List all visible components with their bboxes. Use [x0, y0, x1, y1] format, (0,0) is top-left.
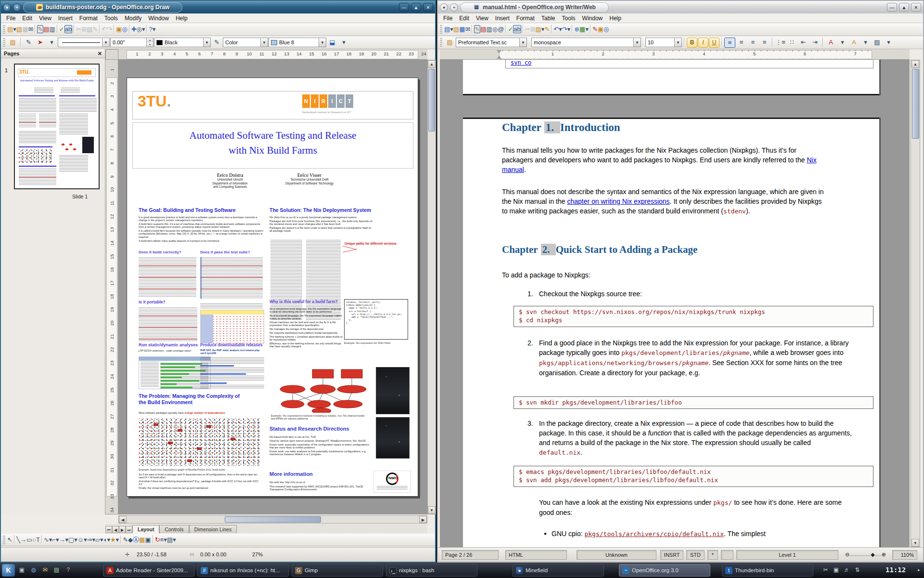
page-preview-icon[interactable]: ◎ [492, 26, 498, 33]
display-settings-icon[interactable]: ▣ [832, 565, 841, 575]
arrange-dropdown-icon[interactable]: ▾ [173, 536, 176, 543]
connector-icon[interactable]: ⌐ [52, 536, 56, 543]
tab-dimension-lines[interactable]: Dimension Lines [189, 525, 237, 533]
increase-indent-icon[interactable]: ⇥ [809, 38, 821, 48]
klipper-icon[interactable]: ✂ [821, 565, 830, 575]
pages-close-icon[interactable]: ✕ [98, 51, 102, 57]
menu-item[interactable]: Edit [19, 14, 36, 23]
clipped-link[interactable]: svn co [511, 60, 531, 66]
writer-canvas[interactable]: svn co Chapter1. Introduction This manua… [440, 60, 910, 547]
taskbar-gimp[interactable]: G Gimp [292, 564, 383, 577]
inline-link[interactable]: chapter on writing Nix expressions [567, 197, 669, 205]
spellcheck-icon[interactable]: ✓ [508, 26, 513, 33]
shadow-icon[interactable]: ⬓ [327, 38, 338, 48]
zoom-level[interactable]: 27% [249, 550, 274, 560]
italic-button[interactable]: I [698, 38, 708, 48]
curve-icon[interactable]: ∿ [44, 536, 49, 543]
menu-item[interactable]: Tools [101, 14, 121, 23]
print-icon[interactable]: ▥ [50, 26, 55, 33]
styles-icon[interactable]: ▨ [444, 38, 455, 48]
menu-item[interactable]: File [3, 14, 19, 23]
format-paintbrush-icon[interactable]: ✎ [92, 26, 98, 33]
sticky-icon[interactable]: + [450, 3, 458, 12]
sticky-icon[interactable]: + [13, 3, 21, 12]
toolbar-grip[interactable] [3, 25, 5, 34]
insert-mode[interactable]: INSRT [660, 550, 683, 560]
selection-mode[interactable]: STD [686, 550, 705, 560]
arrange-icon[interactable]: ▤ [167, 536, 173, 543]
symbol-shapes-icon[interactable]: ☺ [77, 536, 84, 543]
zoom-icon[interactable]: ◎ [137, 26, 142, 33]
menu-item[interactable]: Format [513, 14, 538, 23]
undo-icon[interactable]: ↶ [102, 26, 107, 33]
underline-button[interactable]: U [709, 38, 719, 48]
menu-item[interactable]: View [473, 14, 492, 23]
line-icon[interactable]: ╲ [16, 536, 20, 543]
paragraph-style-combo[interactable]: Preformatted Text.sc▼ [456, 38, 527, 47]
taskbar-minefield[interactable]: ● Minefield [513, 564, 604, 577]
zoom-percent[interactable]: 110% [892, 550, 917, 560]
save-icon[interactable]: ▦ [459, 26, 465, 33]
show-draw-functions-icon[interactable]: ✎ [592, 26, 598, 33]
network-icon[interactable]: ⇅ [853, 565, 862, 575]
indent-marker[interactable] [497, 50, 501, 53]
document-as-email-icon[interactable]: ✉ [465, 26, 470, 33]
find-replace-icon[interactable]: ◎ [603, 26, 609, 33]
menu-item[interactable]: File [440, 14, 456, 23]
rectangle-icon[interactable]: ▭ [26, 536, 32, 543]
menu-item[interactable]: Help [172, 14, 191, 23]
ellipse-icon[interactable]: ○ [32, 536, 36, 543]
menu-item[interactable]: Insert [492, 14, 513, 23]
toolbar-grip[interactable] [440, 25, 442, 34]
insert-picture-icon[interactable]: ▦ [139, 536, 145, 543]
window-menu-icon[interactable]: ▾ [440, 3, 448, 12]
redo-icon[interactable]: ↷ [107, 26, 112, 33]
copy-icon[interactable]: ⊞ [530, 26, 536, 33]
titlebar-writer[interactable]: ▾ + ▤ manual.html - OpenOffice.org Write… [438, 1, 923, 13]
print-icon[interactable]: ▥ [487, 26, 492, 33]
rotate-icon[interactable]: ↻ [155, 536, 160, 543]
alignment-icon[interactable]: ≡ [160, 536, 164, 543]
table-icon[interactable]: ▦ [579, 26, 585, 33]
window-menu-icon[interactable]: ▾ [3, 3, 11, 12]
menu-item[interactable]: View [36, 14, 55, 23]
first-tab-icon[interactable]: ⏮ [105, 526, 112, 533]
save-icon[interactable]: ▦ [22, 26, 28, 33]
help-icon[interactable]: ? [149, 26, 152, 33]
align-justified-icon[interactable]: ≡ [759, 38, 770, 48]
zoom-slider[interactable]: ⊖◆⊕ [842, 550, 889, 560]
background-color-icon[interactable]: ▨ [872, 38, 883, 48]
line-icon[interactable]: ✎ [23, 38, 34, 48]
arrow-style-dropdown-icon[interactable]: ▾ [46, 38, 57, 48]
background-dropdown[interactable]: ▾ [883, 38, 894, 48]
export-pdf-icon[interactable]: ▤ [43, 26, 49, 33]
glue-points-icon[interactable]: ◆ [128, 536, 133, 543]
maximize-button[interactable]: ▲ [411, 3, 421, 12]
document-as-email-icon[interactable]: ✉ [28, 26, 33, 33]
font-color-icon[interactable]: A [825, 38, 836, 48]
language-indicator[interactable]: Unknown [577, 550, 656, 560]
taskbar-openoffice[interactable]: ~ OpenOffice.org 3.0 [619, 564, 710, 577]
menu-item[interactable]: Help [606, 14, 625, 23]
styles-icon[interactable]: ▨ [7, 38, 18, 48]
menu-item[interactable]: Format [76, 14, 101, 23]
toolbar-grip[interactable] [3, 38, 5, 47]
help-icon[interactable]: ? [64, 565, 73, 575]
toolbar-grip[interactable] [440, 38, 442, 47]
redo-dropdown-icon[interactable]: ▾ [567, 26, 571, 33]
toolbar-grip[interactable] [3, 536, 5, 544]
stars-dropdown-icon[interactable]: ▾ [116, 536, 119, 543]
vertical-scrollbar[interactable]: ▲ ▼ [427, 60, 436, 514]
menu-item[interactable]: Table [538, 14, 559, 23]
cut-icon[interactable]: ✂ [525, 26, 530, 33]
indent-marker[interactable] [497, 55, 501, 59]
auto-spellcheck-icon[interactable]: ab [64, 25, 72, 33]
line-style-combo[interactable]: ▼ [58, 38, 110, 47]
copy-icon[interactable]: ⊞ [81, 26, 87, 33]
table-dropdown-icon[interactable]: ▾ [585, 26, 589, 33]
paste-icon[interactable]: ▨ [536, 26, 541, 33]
stars-icon[interactable]: ★ [110, 536, 116, 543]
menu-item[interactable]: Window [145, 14, 172, 23]
new-document-icon[interactable]: ▤ [7, 26, 13, 33]
k-menu-icon[interactable]: K [2, 564, 15, 577]
